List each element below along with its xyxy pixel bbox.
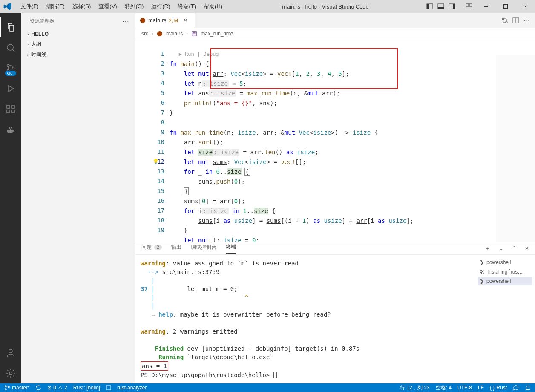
svg-rect-18 — [12, 105, 14, 108]
maximize-button[interactable] — [496, 0, 515, 13]
svg-rect-9 — [484, 6, 488, 7]
activity-docker[interactable] — [0, 119, 21, 140]
sidebar-section-outline[interactable]: ›大纲 — [21, 39, 135, 49]
layout-bottom-icon[interactable] — [436, 2, 446, 11]
editor-tabs: main.rs 2, M ✕ ⋯ — [135, 13, 535, 28]
section-label: 时间线 — [31, 51, 46, 58]
menu-run[interactable]: 运行(R) — [148, 1, 173, 12]
status-sync[interactable] — [35, 385, 41, 391]
terminal-icon: ❯ — [480, 278, 484, 284]
menu-help[interactable]: 帮助(H) — [200, 1, 226, 12]
terminal-output[interactable]: warning: value assigned to `m` is never … — [135, 255, 475, 383]
status-eol[interactable]: LF — [478, 385, 484, 391]
tab-filename: main.rs — [148, 17, 167, 23]
menu-terminal[interactable]: 终端(T) — [174, 1, 199, 12]
sidebar-more-icon[interactable]: ⋯ — [122, 17, 129, 25]
breadcrumb-part[interactable]: max_run_time — [201, 31, 233, 37]
customize-layout-icon[interactable] — [464, 2, 474, 11]
layout-left-icon[interactable] — [425, 2, 434, 11]
menu-go[interactable]: 转到(G) — [121, 1, 147, 12]
terminal-dropdown-icon[interactable]: ⌄ — [499, 245, 503, 251]
menu-selection[interactable]: 选择(S) — [69, 1, 94, 12]
activity-search[interactable] — [0, 37, 21, 58]
activity-source-control[interactable]: 6K+ — [0, 58, 21, 78]
svg-rect-3 — [438, 7, 444, 9]
status-indentation[interactable]: 空格: 4 — [436, 384, 452, 392]
svg-rect-8 — [466, 7, 472, 9]
terminal-entry[interactable]: ❯powershell — [478, 258, 532, 267]
status-cursor-position[interactable]: 行 12，列 23 — [400, 384, 429, 392]
svg-rect-15 — [7, 105, 10, 108]
minimap[interactable] — [496, 55, 535, 242]
close-panel-icon[interactable]: ✕ — [525, 245, 529, 251]
terminal-list: ❯powershell 🛠Installing `rus… ❯powershel… — [475, 255, 535, 383]
symbol-function-icon — [191, 31, 197, 37]
chevron-right-icon: › — [27, 32, 29, 37]
status-notifications-icon[interactable] — [525, 385, 531, 391]
activity-explorer[interactable] — [0, 17, 21, 37]
svg-point-14 — [12, 67, 14, 69]
breadcrumb[interactable]: src› main.rs› max_run_time — [135, 28, 535, 39]
layout-right-icon[interactable] — [447, 2, 457, 11]
svg-rect-17 — [12, 110, 14, 113]
tab-main-rs[interactable]: main.rs 2, M ✕ — [135, 13, 195, 28]
svg-point-21 — [140, 17, 145, 23]
svg-point-11 — [7, 44, 13, 50]
scm-badge: 6K+ — [5, 71, 16, 76]
status-feedback-icon[interactable] — [513, 385, 519, 391]
gutter: 12345678910111213141516171819 — [135, 39, 170, 242]
more-actions-icon[interactable]: ⋯ — [523, 17, 529, 24]
editor-area: main.rs 2, M ✕ ⋯ src› main.rs› max_run_t… — [135, 13, 535, 383]
window-title: main.rs - hello - Visual Studio Code — [226, 3, 425, 10]
status-rust-analyzer[interactable]: rust-analyzer — [117, 385, 147, 391]
svg-point-28 — [5, 386, 7, 387]
svg-rect-16 — [7, 110, 10, 113]
problems-count-badge: 2 — [154, 245, 162, 250]
sidebar-section-timeline[interactable]: ›时间线 — [21, 49, 135, 60]
svg-point-23 — [506, 21, 507, 23]
activity-bar: 6K+ — [0, 13, 21, 383]
status-rust-project[interactable]: Rust: [hello] — [73, 385, 100, 391]
vscode-logo-icon — [3, 3, 11, 10]
panel-tab-debug-console[interactable]: 调试控制台 — [191, 244, 216, 254]
code-content[interactable]: ▶ Run | Debug fn main() { let mut arr: V… — [170, 39, 414, 242]
breadcrumb-part[interactable]: src — [141, 31, 148, 37]
sidebar-section-hello[interactable]: ›HELLO — [21, 29, 135, 39]
menu-edit[interactable]: 编辑(E) — [43, 1, 68, 12]
code-editor[interactable]: 12345678910111213141516171819 ▶ Run | De… — [135, 39, 535, 242]
breadcrumb-part[interactable]: main.rs — [166, 31, 183, 37]
menu-file[interactable]: 文件(F) — [17, 1, 42, 12]
minimize-button[interactable] — [476, 0, 496, 13]
status-rust-run[interactable] — [106, 385, 111, 390]
menu-view[interactable]: 查看(V) — [95, 1, 120, 12]
svg-rect-10 — [504, 5, 508, 9]
sidebar-explorer: 资源管理器 ⋯ ›HELLO ›大纲 ›时间线 — [21, 13, 135, 383]
svg-rect-7 — [469, 4, 472, 6]
status-encoding[interactable]: UTF-8 — [457, 385, 472, 391]
panel-tab-problems[interactable]: 问题2 — [141, 244, 162, 254]
svg-point-12 — [7, 65, 9, 67]
terminal-entry[interactable]: ❯powershell — [478, 277, 532, 285]
activity-run-debug[interactable] — [0, 78, 21, 99]
panel-tab-output[interactable]: 输出 — [171, 244, 181, 254]
close-button[interactable] — [515, 0, 535, 13]
status-branch[interactable]: master* — [4, 385, 29, 391]
split-editor-icon[interactable] — [512, 17, 519, 24]
svg-rect-31 — [106, 386, 111, 390]
svg-point-20 — [9, 372, 12, 375]
activity-settings[interactable] — [0, 363, 21, 383]
panel-tabs: 问题2 输出 调试控制台 终端 ＋ ⌄ ˄ ✕ — [135, 242, 535, 255]
status-problems[interactable]: ⊘0⚠2 — [47, 385, 67, 391]
tab-close-icon[interactable]: ✕ — [183, 17, 188, 23]
panel-tab-terminal[interactable]: 终端 — [226, 243, 236, 254]
chevron-right-icon: › — [27, 52, 29, 57]
compare-changes-icon[interactable] — [501, 17, 508, 24]
status-language[interactable]: { } Rust — [490, 385, 507, 391]
rust-file-icon — [140, 17, 146, 23]
maximize-panel-icon[interactable]: ˄ — [513, 245, 515, 251]
terminal-entry[interactable]: 🛠Installing `rus… — [478, 268, 532, 276]
annotation-red-box-small: ans = 1 — [141, 361, 168, 371]
new-terminal-icon[interactable]: ＋ — [485, 245, 490, 252]
activity-accounts[interactable] — [0, 343, 21, 363]
activity-extensions[interactable] — [0, 99, 21, 119]
